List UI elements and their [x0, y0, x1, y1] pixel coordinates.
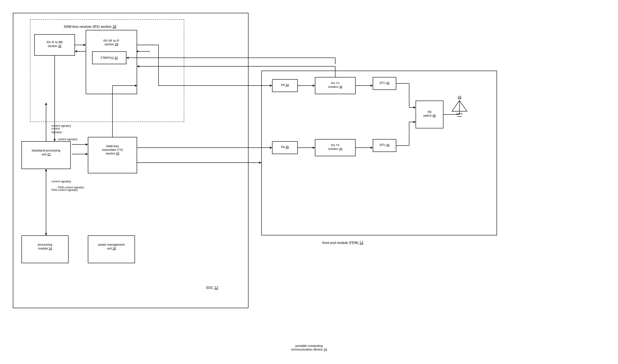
fb-switch-box	[416, 101, 443, 128]
bb-processing-box	[21, 141, 71, 169]
ftbpf-box	[92, 51, 126, 64]
control-signals-label-2: control signal(s)	[51, 180, 71, 183]
atu44-box	[373, 139, 396, 152]
bottom-caption: portable computing communication device …	[0, 344, 618, 351]
rxtx38-box	[315, 77, 356, 94]
saw-tx-box	[88, 137, 137, 173]
pa36-box	[272, 141, 298, 154]
bottom-caption-line1: portable computing	[0, 344, 618, 348]
device-number: 10	[323, 348, 327, 351]
svg-marker-86	[259, 162, 261, 164]
atu42-box	[373, 77, 396, 90]
control-signals-label-1: control signal(s)	[51, 124, 71, 128]
power-mgmt-box	[88, 235, 135, 263]
svg-text:front end module (FEM) 14: front end module (FEM) 14	[322, 241, 363, 245]
rxtx40-box	[315, 139, 356, 156]
bottom-caption-line2: communication device 10	[0, 348, 618, 351]
fem-control-label: FEM control signal(s)	[51, 188, 78, 192]
diagram-container: SAW-less receiver (RX) section 18 RX RF …	[9, 9, 608, 355]
pa34-box	[272, 79, 298, 92]
proc-module-box	[21, 235, 69, 263]
rx-if-bb-box	[34, 34, 75, 56]
